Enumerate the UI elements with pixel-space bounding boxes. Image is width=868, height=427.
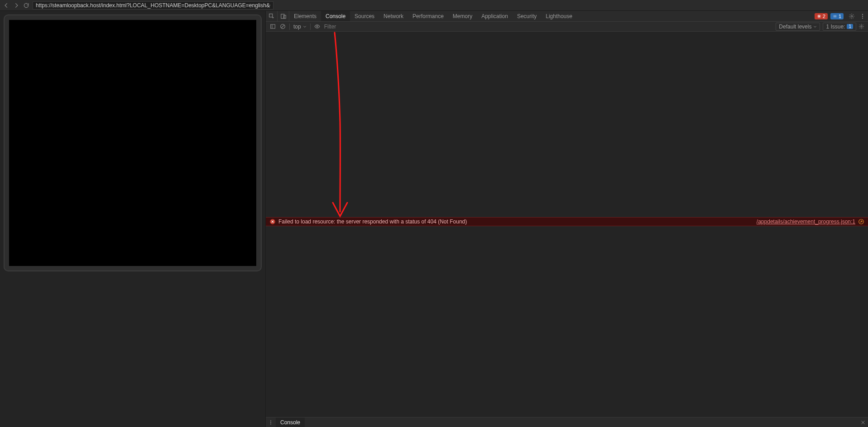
inspect-icon bbox=[269, 13, 275, 19]
sidebar-icon bbox=[270, 24, 276, 29]
address-bar bbox=[0, 0, 868, 11]
svg-point-6 bbox=[862, 14, 863, 14]
issues-label: 1 Issue: bbox=[826, 24, 845, 30]
tab-security[interactable]: Security bbox=[513, 11, 541, 21]
reload-icon bbox=[23, 2, 29, 9]
console-toolbar: top Default levels 1 Issue: 1 bbox=[266, 22, 868, 32]
devtools-settings-button[interactable] bbox=[846, 11, 857, 21]
external-link-icon bbox=[858, 218, 864, 225]
svg-point-7 bbox=[862, 15, 863, 16]
devtools-tab-strip: Elements Console Sources Network Perform… bbox=[266, 11, 868, 22]
info-dot-icon bbox=[833, 14, 837, 19]
drawer-menu-button[interactable] bbox=[266, 418, 276, 427]
issues-count: 1 bbox=[847, 24, 853, 29]
info-count-badge[interactable]: 1 bbox=[830, 13, 844, 19]
inspect-element-button[interactable] bbox=[266, 11, 278, 21]
devtools-drawer: Console bbox=[266, 417, 868, 427]
svg-point-5 bbox=[851, 15, 853, 17]
drawer-tab-console[interactable]: Console bbox=[276, 418, 305, 427]
tab-lighthouse[interactable]: Lighthouse bbox=[541, 11, 577, 21]
clear-icon bbox=[280, 24, 286, 29]
tab-sources[interactable]: Sources bbox=[350, 11, 379, 21]
kebab-icon bbox=[859, 13, 866, 19]
devtools-panel: Elements Console Sources Network Perform… bbox=[265, 11, 868, 427]
error-icon bbox=[269, 218, 276, 225]
error-count-text: 2 bbox=[823, 14, 825, 19]
devtools-menu-button[interactable] bbox=[857, 11, 868, 21]
arrow-left-icon bbox=[3, 2, 10, 9]
console-output[interactable]: Failed to load resource: the server resp… bbox=[266, 32, 868, 417]
info-count-text: 1 bbox=[839, 14, 841, 19]
device-icon bbox=[280, 13, 287, 19]
chevron-down-icon bbox=[813, 25, 817, 28]
tab-application[interactable]: Application bbox=[477, 11, 513, 21]
console-error-message: Failed to load resource: the server resp… bbox=[278, 218, 757, 225]
svg-rect-4 bbox=[834, 15, 837, 17]
page-preview-pane bbox=[0, 11, 265, 427]
issues-button[interactable]: 1 Issue: 1 bbox=[823, 23, 856, 31]
tab-performance[interactable]: Performance bbox=[408, 11, 448, 21]
main-split: Elements Console Sources Network Perform… bbox=[0, 11, 868, 427]
execution-context-select[interactable]: top bbox=[292, 24, 308, 30]
svg-point-19 bbox=[270, 423, 271, 424]
tab-console[interactable]: Console bbox=[321, 11, 350, 21]
arrow-right-icon bbox=[13, 2, 19, 9]
gear-icon bbox=[858, 24, 864, 29]
error-count-badge[interactable]: 2 bbox=[815, 13, 828, 19]
url-input[interactable] bbox=[33, 1, 273, 9]
status-badges: 2 1 bbox=[812, 11, 846, 21]
log-levels-label: Default levels bbox=[779, 24, 811, 30]
svg-point-17 bbox=[270, 420, 271, 421]
tab-network[interactable]: Network bbox=[379, 11, 408, 21]
eye-icon bbox=[314, 24, 320, 29]
nav-forward-button[interactable] bbox=[13, 2, 20, 9]
nav-back-button[interactable] bbox=[3, 2, 10, 9]
svg-point-13 bbox=[317, 26, 318, 27]
device-toolbar-button[interactable] bbox=[278, 11, 289, 21]
tab-elements[interactable]: Elements bbox=[289, 11, 321, 21]
gear-icon bbox=[849, 13, 855, 19]
console-error-row[interactable]: Failed to load resource: the server resp… bbox=[266, 217, 868, 226]
tab-memory[interactable]: Memory bbox=[448, 11, 477, 21]
toggle-sidebar-button[interactable] bbox=[268, 22, 278, 32]
chevron-down-icon bbox=[303, 25, 307, 28]
nav-reload-button[interactable] bbox=[23, 2, 30, 9]
close-icon bbox=[860, 420, 866, 425]
error-dot-icon bbox=[817, 14, 821, 19]
clear-console-button[interactable] bbox=[278, 22, 288, 32]
console-settings-button[interactable] bbox=[856, 22, 866, 32]
svg-point-18 bbox=[270, 422, 271, 423]
svg-line-12 bbox=[281, 25, 284, 28]
drawer-close-button[interactable] bbox=[858, 418, 868, 427]
preview-viewport[interactable] bbox=[9, 20, 256, 266]
live-expression-button[interactable] bbox=[312, 22, 322, 32]
preview-frame bbox=[4, 14, 262, 271]
svg-point-14 bbox=[860, 26, 862, 27]
console-error-source-link[interactable]: /appdetails/achievement_progress.json:1 bbox=[757, 218, 855, 225]
execution-context-label: top bbox=[293, 24, 301, 30]
log-levels-select[interactable]: Default levels bbox=[776, 23, 820, 31]
console-filter-input[interactable] bbox=[322, 24, 612, 30]
svg-rect-9 bbox=[270, 24, 275, 28]
svg-point-8 bbox=[862, 17, 863, 18]
kebab-icon bbox=[268, 420, 273, 425]
